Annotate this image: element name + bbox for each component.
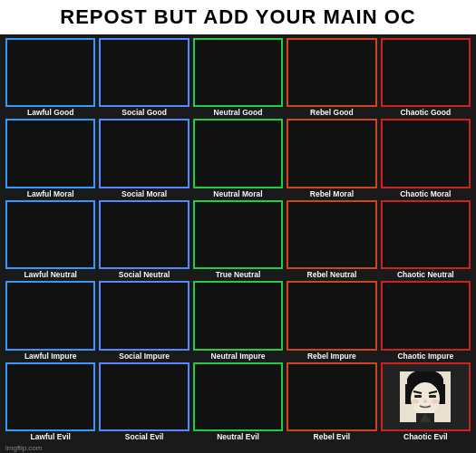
cell-box-lawful-neutral (5, 200, 95, 269)
label-chaotic-moral: Chaotic Moral (400, 189, 451, 198)
oc-character-svg (400, 371, 451, 422)
cell-box-social-impure (99, 281, 189, 350)
cell-lawful-neutral: Lawful Neutral (5, 200, 95, 279)
cell-chaotic-neutral: Chaotic Neutral (381, 200, 471, 279)
cell-box-chaotic-moral (381, 119, 471, 188)
watermark: imgflip.com (0, 443, 476, 453)
label-neutral-evil: Neutral Evil (217, 432, 259, 441)
cell-rebel-moral: Rebel Moral (287, 119, 376, 198)
cell-box-rebel-evil (287, 362, 376, 431)
label-rebel-evil: Rebel Evil (314, 432, 351, 441)
cell-box-social-good (99, 38, 189, 107)
label-chaotic-neutral: Chaotic Neutral (397, 270, 454, 279)
row-good: Lawful Good Social Good Neutral Good Reb… (5, 38, 471, 117)
cell-box-social-moral (99, 119, 189, 188)
label-rebel-moral: Rebel Moral (310, 189, 354, 198)
cell-box-social-neutral (99, 200, 189, 269)
cell-box-chaotic-evil (381, 362, 471, 431)
label-social-evil: Social Evil (125, 432, 164, 441)
label-chaotic-evil: Chaotic Evil (403, 432, 448, 441)
svg-point-12 (423, 400, 427, 402)
label-rebel-neutral: Rebel Neutral (307, 270, 357, 279)
cell-lawful-impure: Lawful Impure (5, 281, 95, 360)
app: REPOST BUT ADD YOUR MAIN OC Lawful Good … (0, 0, 476, 453)
cell-chaotic-evil: Chaotic Evil (381, 362, 471, 441)
cell-box-chaotic-neutral (381, 200, 471, 269)
cell-social-neutral: Social Neutral (99, 200, 189, 279)
svg-rect-9 (429, 395, 436, 398)
label-lawful-good: Lawful Good (27, 108, 73, 117)
alignment-grid: Lawful Good Social Good Neutral Good Reb… (0, 34, 476, 443)
label-rebel-good: Rebel Good (310, 108, 354, 117)
label-chaotic-good: Chaotic Good (400, 108, 451, 117)
cell-box-lawful-evil (5, 362, 95, 431)
cell-box-neutral-moral (193, 119, 283, 188)
page-title: REPOST BUT ADD YOUR MAIN OC (0, 0, 476, 34)
cell-rebel-impure: Rebel Impure (287, 281, 376, 360)
cell-chaotic-impure: Chaotic Impure (381, 281, 471, 360)
cell-box-lawful-moral (5, 119, 95, 188)
cell-box-true-neutral (193, 200, 283, 269)
label-rebel-impure: Rebel Impure (307, 352, 356, 361)
cell-box-chaotic-impure (381, 281, 471, 350)
cell-neutral-good: Neutral Good (193, 38, 283, 117)
svg-rect-8 (414, 395, 422, 398)
cell-lawful-evil: Lawful Evil (5, 362, 95, 441)
row-moral: Lawful Moral Social Moral Neutral Moral … (5, 119, 471, 198)
cell-neutral-impure: Neutral Impure (193, 281, 283, 360)
label-lawful-impure: Lawful Impure (24, 352, 77, 361)
cell-box-rebel-neutral (287, 200, 376, 269)
cell-box-neutral-evil (193, 362, 283, 431)
label-social-moral: Social Moral (121, 189, 167, 198)
label-neutral-moral: Neutral Moral (213, 189, 262, 198)
cell-box-rebel-good (287, 38, 376, 107)
cell-chaotic-good: Chaotic Good (381, 38, 471, 117)
cell-social-moral: Social Moral (99, 119, 189, 198)
row-evil: Lawful Evil Social Evil Neutral Evil Reb… (5, 362, 471, 441)
label-lawful-moral: Lawful Moral (27, 189, 74, 198)
label-social-good: Social Good (121, 108, 167, 117)
cell-neutral-moral: Neutral Moral (193, 119, 283, 198)
cell-rebel-neutral: Rebel Neutral (287, 200, 376, 279)
svg-point-13 (412, 399, 419, 403)
label-social-neutral: Social Neutral (119, 270, 170, 279)
label-true-neutral: True Neutral (216, 270, 261, 279)
row-impure: Lawful Impure Social Impure Neutral Impu… (5, 281, 471, 360)
label-social-impure: Social Impure (119, 352, 170, 361)
label-lawful-evil: Lawful Evil (31, 432, 71, 441)
svg-point-14 (432, 399, 439, 403)
label-neutral-impure: Neutral Impure (211, 352, 266, 361)
label-neutral-good: Neutral Good (214, 108, 263, 117)
row-neutral: Lawful Neutral Social Neutral True Neutr… (5, 200, 471, 279)
cell-box-neutral-good (193, 38, 283, 107)
cell-social-impure: Social Impure (99, 281, 189, 360)
cell-box-lawful-good (5, 38, 95, 107)
svg-point-7 (411, 382, 440, 415)
cell-box-rebel-moral (287, 119, 376, 188)
cell-chaotic-moral: Chaotic Moral (381, 119, 471, 198)
cell-box-rebel-impure (287, 281, 376, 350)
cell-social-good: Social Good (99, 38, 189, 117)
label-chaotic-impure: Chaotic Impure (397, 352, 453, 361)
cell-box-neutral-impure (193, 281, 283, 350)
cell-box-social-evil (99, 362, 189, 431)
cell-social-evil: Social Evil (99, 362, 189, 441)
cell-lawful-moral: Lawful Moral (5, 119, 95, 198)
cell-rebel-good: Rebel Good (287, 38, 376, 117)
cell-neutral-evil: Neutral Evil (193, 362, 283, 441)
cell-box-chaotic-good (381, 38, 471, 107)
cell-box-lawful-impure (5, 281, 95, 350)
cell-lawful-good: Lawful Good (5, 38, 95, 117)
label-lawful-neutral: Lawful Neutral (24, 270, 77, 279)
cell-true-neutral: True Neutral (193, 200, 283, 279)
cell-rebel-evil: Rebel Evil (287, 362, 376, 441)
